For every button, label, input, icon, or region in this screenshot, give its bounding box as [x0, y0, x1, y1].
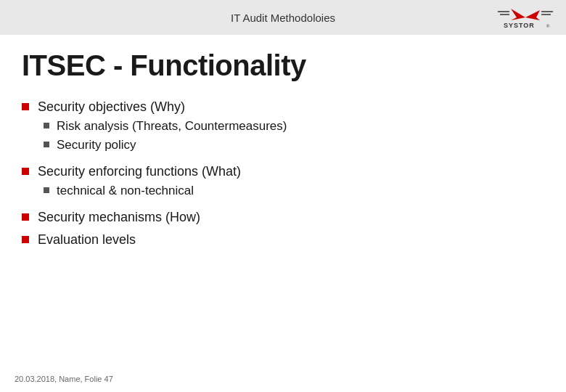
- sub-bullet-icon: [44, 187, 49, 193]
- bullet-text: Security mechanisms (How): [38, 210, 200, 225]
- sub-bullet-text: Risk analysis (Threats, Countermeasures): [57, 119, 287, 134]
- sub-bullet-icon: [44, 123, 49, 128]
- bullet-list: Security objectives (Why) Risk analysis …: [22, 99, 537, 248]
- header-title: IT Audit Methodoloies: [231, 12, 335, 24]
- footer-text: 20.03.2018, Name, Folie 47: [15, 375, 113, 383]
- bullet-icon: [22, 236, 29, 243]
- footer: 20.03.2018, Name, Folie 47: [15, 375, 113, 383]
- list-item: Security mechanisms (How): [22, 210, 537, 225]
- systor-logo: SYSTOR ®: [496, 4, 554, 30]
- bullet-text: Security objectives (Why): [38, 99, 185, 115]
- sub-bullet-text: Security policy: [57, 138, 136, 152]
- svg-text:SYSTOR: SYSTOR: [504, 22, 535, 29]
- header-bar: IT Audit Methodoloies SYSTOR ®: [0, 0, 566, 35]
- main-content: ITSEC - Functionality Security objective…: [0, 35, 566, 269]
- svg-text:®: ®: [546, 24, 550, 28]
- svg-marker-3: [525, 10, 540, 20]
- logo-area: SYSTOR ®: [496, 4, 554, 30]
- sub-list: technical & non-technical: [22, 184, 194, 203]
- sub-list: Risk analysis (Threats, Countermeasures)…: [22, 119, 287, 157]
- sub-bullet-text: technical & non-technical: [57, 184, 194, 198]
- list-item: Security policy: [22, 138, 287, 152]
- bullet-icon: [22, 168, 29, 175]
- sub-bullet-icon: [44, 142, 49, 147]
- bullet-icon: [22, 213, 29, 221]
- bullet-text: Security enforcing functions (What): [38, 164, 241, 179]
- svg-marker-2: [511, 9, 525, 20]
- list-item: Evaluation levels: [22, 232, 537, 248]
- list-item: Security enforcing functions (What) tech…: [22, 164, 537, 203]
- list-item: technical & non-technical: [22, 184, 194, 198]
- slide-title: ITSEC - Functionality: [22, 49, 537, 82]
- list-item: Risk analysis (Threats, Countermeasures): [22, 119, 287, 134]
- list-item: Security objectives (Why) Risk analysis …: [22, 99, 537, 157]
- bullet-icon: [22, 103, 29, 110]
- bullet-text: Evaluation levels: [38, 232, 136, 248]
